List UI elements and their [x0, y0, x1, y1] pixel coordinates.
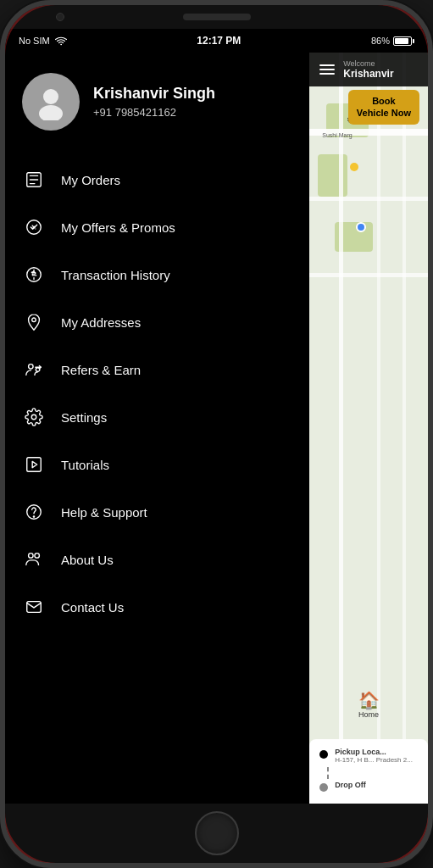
svg-point-7: [29, 364, 34, 370]
battery-percent: 86%: [371, 36, 390, 46]
svg-marker-10: [32, 461, 37, 467]
menu-item-my-offers-promos[interactable]: My Offers & Promos: [5, 203, 309, 251]
menu-label-contact-us: Contact Us: [61, 600, 124, 615]
camera-dot: [56, 13, 64, 21]
hamburger-icon[interactable]: [319, 64, 335, 75]
book-vehicle-button[interactable]: Book Vehicle Now: [348, 90, 419, 125]
status-bar: No SIM 12:17 PM 86%: [5, 29, 428, 53]
svg-point-0: [43, 89, 58, 104]
settings-icon: [22, 405, 46, 429]
refer-icon: [22, 358, 46, 381]
address-icon: [22, 310, 46, 334]
map-header: Welcome Krishanvir: [309, 53, 428, 86]
offers-icon: [22, 215, 46, 239]
book-btn-line2: Vehicle Now: [357, 108, 411, 118]
map-yellow-marker: [350, 163, 358, 171]
home-nav[interactable]: 🏠 Home: [358, 690, 380, 719]
tutorials-icon: [22, 453, 46, 476]
screen: No SIM 12:17 PM 86%: [5, 29, 428, 804]
status-time: 12:17 PM: [197, 35, 241, 47]
welcome-small-label: Welcome: [343, 59, 393, 68]
menu-label-help-support: Help & Support: [61, 505, 147, 520]
menu-item-contact-us[interactable]: Contact Us: [5, 583, 309, 631]
profile-info: Krishanvir Singh +91 7985421162: [93, 85, 215, 119]
pickup-dot: [319, 750, 328, 759]
book-btn-line1: Book: [372, 96, 396, 106]
svg-point-14: [35, 554, 39, 559]
contact-icon: [22, 595, 46, 619]
main-content: Krishanvir Singh +91 7985421162 My Order…: [5, 53, 428, 804]
svg-point-13: [29, 554, 34, 559]
avatar: [22, 73, 80, 131]
welcome-text: Welcome Krishanvir: [343, 59, 393, 80]
menu-list: My Orders My Offers & Promos: [5, 147, 309, 804]
menu-item-settings[interactable]: Settings: [5, 393, 309, 441]
map-overlay: Sushi Marg 📍 ⚙ 🏠 Home Google: [309, 53, 428, 804]
menu-label-tutorials: Tutorials: [61, 458, 109, 472]
menu-item-my-addresses[interactable]: My Addresses: [5, 298, 309, 346]
home-nav-icon: 🏠: [358, 690, 380, 710]
map-road: [339, 53, 343, 804]
pickup-row: Pickup Loca... H-157, H B... Pradesh 2..…: [319, 748, 418, 764]
menu-item-tutorials[interactable]: Tutorials: [5, 441, 309, 488]
speaker: [183, 14, 251, 20]
menu-label-transaction-history: Transaction History: [61, 268, 170, 282]
pickup-info: Pickup Loca... H-157, H B... Pradesh 2..…: [335, 748, 413, 764]
map-road: [402, 53, 406, 804]
menu-item-help-support[interactable]: Help & Support: [5, 488, 309, 536]
map-road: [309, 197, 428, 201]
profile-section[interactable]: Krishanvir Singh +91 7985421162: [5, 53, 309, 147]
svg-rect-9: [27, 458, 42, 472]
wifi-icon: [55, 36, 67, 46]
menu-label-my-addresses: My Addresses: [61, 315, 141, 330]
status-right: 86%: [371, 36, 414, 46]
svg-rect-15: [27, 602, 42, 613]
carrier-label: No SIM: [19, 36, 50, 46]
map-background: Sushi Marg 📍 ⚙ 🏠 Home Google: [309, 53, 428, 804]
road-label: Sushi Marg: [322, 132, 352, 138]
menu-label-settings: Settings: [61, 410, 107, 425]
about-icon: [22, 548, 46, 571]
menu-item-refers-earn[interactable]: Refers & Earn: [5, 346, 309, 393]
phone-bottom: [5, 804, 428, 863]
home-nav-label: Home: [358, 710, 379, 719]
menu-label-my-offers-promos: My Offers & Promos: [61, 220, 175, 235]
drawer: Krishanvir Singh +91 7985421162 My Order…: [5, 53, 309, 804]
battery-icon: [393, 36, 414, 46]
menu-label-refers-earn: Refers & Earn: [61, 363, 141, 377]
pickup-label: Pickup Loca...: [335, 748, 413, 756]
avatar-image: [32, 83, 69, 120]
profile-phone: +91 7985421162: [93, 106, 215, 119]
status-left: No SIM: [19, 36, 67, 46]
svg-point-1: [39, 105, 63, 120]
dropoff-label: Drop Off: [335, 781, 366, 789]
welcome-name-label: Krishanvir: [343, 68, 393, 80]
transaction-icon: [22, 263, 46, 287]
pickup-address: H-157, H B... Pradesh 2...: [335, 756, 413, 764]
svg-point-12: [33, 516, 34, 517]
menu-label-my-orders: My Orders: [61, 173, 120, 187]
menu-label-about-us: About Us: [61, 553, 114, 567]
phone-home-button[interactable]: [195, 811, 239, 855]
map-road: [309, 273, 428, 277]
menu-item-transaction-history[interactable]: Transaction History: [5, 251, 309, 298]
route-dashed-line: [327, 767, 329, 779]
menu-item-my-orders[interactable]: My Orders: [5, 156, 309, 203]
phone-frame: No SIM 12:17 PM 86%: [0, 0, 433, 868]
dropoff-dot: [319, 783, 328, 792]
menu-item-about-us[interactable]: About Us: [5, 536, 309, 583]
dropoff-row: Drop Off: [319, 781, 418, 792]
svg-point-6: [32, 318, 36, 322]
orders-icon: [22, 168, 46, 192]
profile-name: Krishanvir Singh: [93, 85, 215, 103]
help-icon: [22, 500, 46, 524]
phone-top-bar: [5, 5, 428, 29]
map-card: Pickup Loca... H-157, H B... Pradesh 2..…: [309, 739, 428, 804]
